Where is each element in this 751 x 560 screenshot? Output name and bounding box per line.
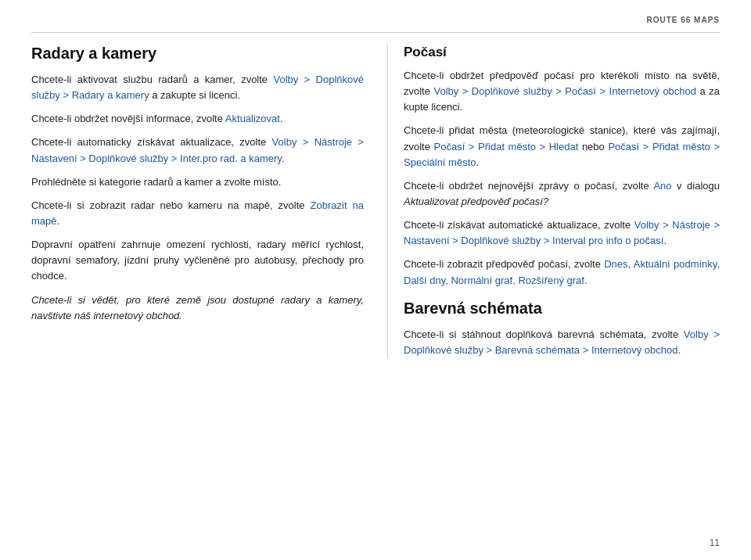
right-inner: Počasí Chcete-li obdržet předpověď počas… bbox=[387, 45, 720, 358]
paragraph-3: Chcete-li automaticky získávat aktualiza… bbox=[31, 135, 364, 166]
link-ano[interactable]: Ano bbox=[653, 180, 671, 192]
link-pocasi-zobrazeni[interactable]: Dnes, Aktuální podmínky, Další dny, Norm… bbox=[404, 258, 720, 285]
link-zobrazit-mapu[interactable]: Zobrazit na mapě bbox=[31, 199, 364, 227]
weather-title: Počasí bbox=[404, 45, 720, 60]
colors-paragraph-1: Chcete-li si stáhnout doplňková barevná … bbox=[404, 327, 720, 358]
top-divider bbox=[31, 32, 720, 33]
page-header: ROUTE 66 MAPS bbox=[31, 16, 720, 24]
paragraph-4: Prohlédněte si kategorie radarů a kamer … bbox=[31, 174, 364, 190]
link-pocasi-hledat[interactable]: Počasí > Přidat město > Hledat bbox=[434, 141, 579, 153]
brand-text: ROUTE 66 MAPS bbox=[646, 16, 720, 24]
link-volby-nastroje[interactable]: Volby > Nástroje > Nastavení > Doplňkové… bbox=[31, 136, 364, 163]
paragraph-6: Dopravní opatření zahrnuje omezení rychl… bbox=[31, 237, 364, 284]
paragraph-2: Chcete-li obdržet novější informace, zvo… bbox=[31, 111, 364, 127]
link-pocasi-obchod[interactable]: Volby > Doplňkové služby > Počasí > Inte… bbox=[433, 85, 696, 97]
page-number: 11 bbox=[710, 537, 720, 548]
link-volby-radary[interactable]: Volby > Doplňkové služby > Radary a kame… bbox=[31, 74, 364, 101]
link-aktualizovat[interactable]: Aktualizovat bbox=[225, 113, 280, 124]
paragraph-1: Chcete-li aktivovat službu radarů a kame… bbox=[31, 72, 364, 103]
weather-paragraph-2: Chcete-li přidat města (meteorologické s… bbox=[404, 123, 720, 170]
paragraph-5: Chcete-li si zobrazit radar nebo kameru … bbox=[31, 198, 364, 229]
link-barevna-schemata[interactable]: Volby > Doplňkové služby > Barevná schém… bbox=[404, 328, 720, 356]
weather-paragraph-3: Chcete-li obdržet nejnovější zprávy o po… bbox=[404, 178, 720, 210]
main-content: Radary a kamery Chcete-li aktivovat služ… bbox=[31, 45, 720, 366]
link-volby-interval[interactable]: Volby > Nástroje > Nastavení > Doplňkové… bbox=[404, 219, 720, 246]
paragraph-7: Chcete-li si vědět, pro které země jsou … bbox=[31, 293, 364, 324]
left-column: Radary a kamery Chcete-li aktivovat služ… bbox=[31, 45, 364, 366]
right-column: Počasí Chcete-li obdržet předpověď počas… bbox=[387, 45, 720, 366]
colors-title: Barevná schémata bbox=[404, 300, 720, 318]
weather-paragraph-4: Chcete-li získávat automatické aktualiza… bbox=[404, 217, 720, 249]
left-title: Radary a kamery bbox=[31, 45, 364, 63]
weather-paragraph-1: Chcete-li obdržet předpověď počasí pro k… bbox=[404, 68, 720, 115]
weather-paragraph-5: Chcete-li zobrazit předpověď počasí, zvo… bbox=[404, 257, 720, 288]
